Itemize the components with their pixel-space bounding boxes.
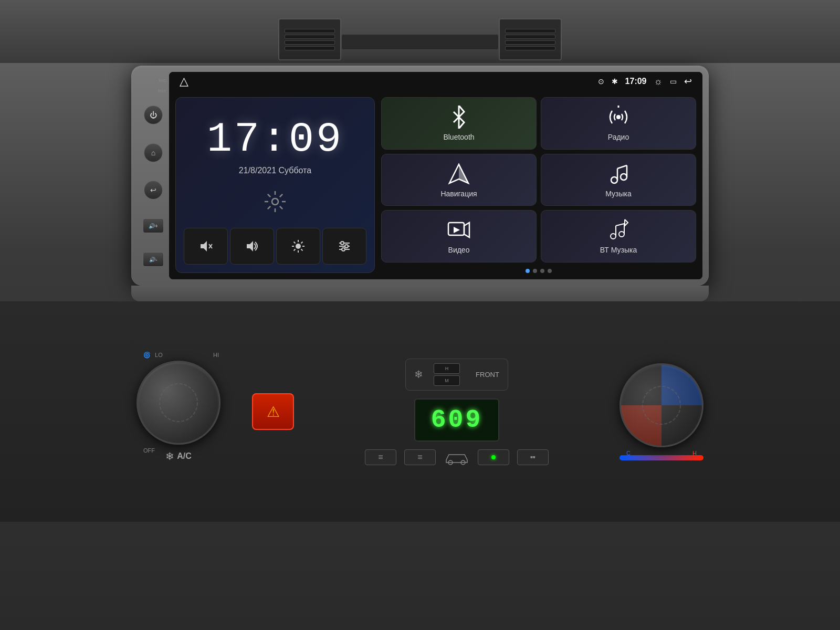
radio-label: Радио <box>608 133 629 141</box>
vent-right <box>499 18 562 60</box>
brightness-button[interactable] <box>276 228 320 265</box>
h-button[interactable]: H <box>434 363 460 374</box>
bezel-bottom <box>131 286 709 301</box>
volume-up-button[interactable]: 🔊+ <box>143 218 164 233</box>
music-tile[interactable]: Музыка <box>541 154 696 206</box>
vent-slot <box>505 35 555 39</box>
home-bezel-button[interactable]: ⌂ <box>144 143 163 162</box>
home-icon[interactable]: △ <box>180 75 188 88</box>
vent-slot <box>505 46 555 50</box>
svg-point-45 <box>160 384 197 422</box>
bottom-icon-row: ≡ ≡ ■■ <box>326 449 588 465</box>
svg-marker-38 <box>464 223 469 237</box>
small-btn-4[interactable]: ■■ <box>517 449 549 465</box>
dot-2 <box>533 269 537 273</box>
navigation-tile[interactable]: Навигация <box>381 154 537 206</box>
brightness-icon[interactable]: ☼ <box>654 76 663 87</box>
page-dots <box>381 269 696 273</box>
power-button[interactable]: ⏻ <box>144 106 163 124</box>
svg-marker-39 <box>454 227 460 233</box>
temperature-knob[interactable]: C H <box>620 363 704 447</box>
m-label: M <box>445 378 449 383</box>
off-label: OFF <box>143 447 155 454</box>
svg-marker-9 <box>201 241 207 251</box>
dot-4 <box>548 269 552 273</box>
ac-label: A/C <box>177 452 192 461</box>
status-bar-right: ⊙ ✱ 17:09 ☼ ▭ ↩ <box>598 76 692 87</box>
hazard-button[interactable]: ⚠ <box>252 393 294 430</box>
ac-knob-area: 🌀 LO HI OFF ❄ A/C <box>136 361 220 463</box>
app-row-1: Bluetooth Радио <box>381 97 696 150</box>
bluetooth-status-icon: ✱ <box>612 77 618 86</box>
top-vent-center <box>341 34 499 50</box>
volume-button[interactable] <box>230 228 274 265</box>
radio-tile[interactable]: Радио <box>541 97 696 150</box>
front-defrost-control: ❄ H M FRONT <box>405 359 508 391</box>
bt-music-tile[interactable]: ВТ Музыка <box>541 210 696 262</box>
equalizer-button[interactable] <box>322 228 366 265</box>
display-number: 609 <box>431 406 482 434</box>
mute-button[interactable] <box>184 228 228 265</box>
main-screen: △ ⊙ ✱ 17:09 ☼ ▭ ↩ 17:09 21/8/2021 Суббот… <box>169 72 702 279</box>
video-label: Видео <box>448 246 470 254</box>
svg-line-5 <box>268 194 270 197</box>
vent-slot <box>285 40 334 45</box>
bottom-controls <box>184 228 366 265</box>
svg-point-27 <box>342 248 345 251</box>
location-icon: ⊙ <box>598 77 604 86</box>
svg-line-6 <box>280 206 282 209</box>
svg-line-7 <box>280 194 282 197</box>
dot-1 <box>526 269 530 273</box>
svg-line-8 <box>268 206 270 209</box>
c-label: C <box>626 450 631 456</box>
screen-bezel: MIC RST ⏻ ⌂ ↩ 🔊+ 🔊- △ ⊙ ✱ 17:09 <box>131 66 709 286</box>
svg-point-32 <box>611 177 617 183</box>
mic-label: MIC <box>159 75 166 84</box>
main-content-area: 17:09 21/8/2021 Суббота <box>169 91 702 279</box>
green-indicator <box>491 455 496 459</box>
svg-line-21 <box>294 249 296 251</box>
svg-point-40 <box>611 234 616 239</box>
vent-slot <box>285 46 334 50</box>
h-label: H <box>445 366 449 371</box>
bluetooth-tile[interactable]: Bluetooth <box>381 97 537 150</box>
svg-line-36 <box>617 165 627 169</box>
small-btn-1[interactable]: ≡ <box>365 449 396 465</box>
center-controls: ❄ H M FRONT 609 ≡ ≡ <box>326 359 588 465</box>
date-display: 21/8/2021 Суббота <box>239 166 311 175</box>
vent-slot <box>505 40 555 45</box>
svg-point-25 <box>341 242 344 245</box>
small-btn-2[interactable]: ≡ <box>404 449 436 465</box>
volume-down-button[interactable]: 🔊- <box>143 252 164 267</box>
vent-slot <box>285 35 334 39</box>
svg-line-19 <box>301 249 303 251</box>
svg-point-28 <box>616 115 621 119</box>
back-icon[interactable]: ↩ <box>684 76 692 87</box>
svg-line-18 <box>294 242 296 244</box>
svg-line-20 <box>301 242 303 244</box>
dot-3 <box>540 269 544 273</box>
small-btn-3[interactable] <box>478 449 509 465</box>
vent-slot <box>285 29 334 33</box>
settings-icon[interactable] <box>259 186 291 217</box>
music-label: Музыка <box>605 190 632 198</box>
fan-knob[interactable]: 🌀 LO HI OFF <box>136 361 220 445</box>
svg-point-41 <box>619 232 624 237</box>
svg-point-48 <box>643 386 680 424</box>
temp-gradient-bar <box>620 455 704 460</box>
temp-knob-area: C H <box>620 363 704 460</box>
rst-label: RST <box>158 85 166 94</box>
display-panel: 609 <box>414 398 499 442</box>
front-icon: ❄ <box>414 368 423 381</box>
status-bar: △ ⊙ ✱ 17:09 ☼ ▭ ↩ <box>169 72 702 91</box>
hi-label: HI <box>213 352 219 358</box>
status-bar-left: △ <box>180 75 188 88</box>
back-bezel-button[interactable]: ↩ <box>144 181 163 200</box>
video-tile[interactable]: Видео <box>381 210 537 262</box>
battery-icon: ▭ <box>670 77 677 86</box>
lo-label: LO <box>155 352 163 358</box>
clock-time-display: 17:09 <box>207 119 343 161</box>
navigation-label: Навигация <box>440 190 477 198</box>
m-button[interactable]: M <box>434 375 460 386</box>
vent-slot <box>505 29 555 33</box>
